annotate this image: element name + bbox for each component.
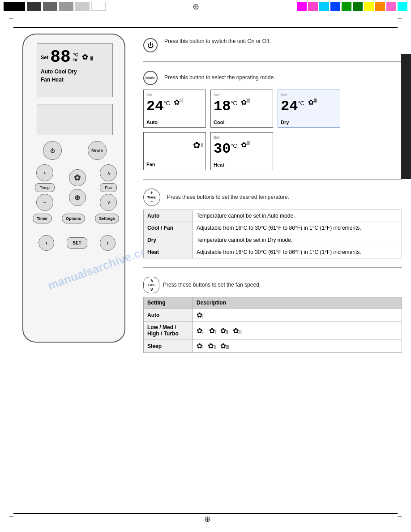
table-row-heat: Heat Adjustable from 16°C to 30°C (61°F … <box>144 246 402 258</box>
set-label-btn: SET <box>73 240 81 245</box>
remote-body: Set 88 °C hr ✿ ||| Auto Cool Dry Fan Hea… <box>22 34 125 343</box>
temp-fan-row: + Temp − ✿ ⊕ ∧ <box>28 164 124 211</box>
corner-mark-tl: — <box>9 16 13 21</box>
corner-mark-br: — <box>398 514 402 519</box>
swing-icon: ⊕ <box>74 193 80 202</box>
temp-table: Auto Temperature cannot be set in Auto m… <box>143 210 402 258</box>
mode-box-fan: ✿ || Fan <box>143 132 206 170</box>
fan-row-sleep: Sleep ✿| ✿|| ✿||| <box>144 339 402 353</box>
set-button[interactable]: SET <box>67 237 87 249</box>
speed-icon-2: ✿ <box>209 327 215 335</box>
swatch-cyan-light <box>319 2 329 11</box>
auto-set-label: Set <box>146 93 153 97</box>
mode-label: Mode <box>91 148 103 153</box>
sleep-bars-3: ||| <box>226 345 229 349</box>
speed-icon-1: ✿ <box>197 327 202 335</box>
fan-desc-sleep: ✿| ✿|| ✿||| <box>193 339 402 353</box>
options-label: Options <box>66 216 81 221</box>
power-symbol-icon: ⏻ <box>147 42 154 49</box>
temp-text: Temp <box>40 185 50 190</box>
sleep-icon-1: ✿ <box>197 342 202 350</box>
minus-icon: − <box>43 200 46 205</box>
power-icon: ⏻ <box>50 148 55 153</box>
table-row-cool-fan: Cool / Fan Adjustable from 16°C to 30°C … <box>144 222 402 234</box>
options-button[interactable]: Options <box>62 214 85 223</box>
fan-speed-group: ∧ Fan ∨ <box>100 164 117 211</box>
swatch-black <box>4 2 25 11</box>
right-black-bar <box>401 54 411 179</box>
swatch-dark <box>27 2 41 11</box>
temp-minus-icon: − <box>150 199 153 204</box>
power-icon-circle: ⏻ <box>143 38 158 52</box>
crosshair-bottom-icon: ⊕ <box>204 514 211 524</box>
screen-modes-line1: Auto Cool Dry <box>41 69 109 75</box>
remote-container: Set 88 °C hr ✿ ||| Auto Cool Dry Fan Hea… <box>13 34 134 347</box>
fan-up-icon: ∧ <box>107 171 110 176</box>
temp-plus-button[interactable]: + <box>36 164 53 181</box>
fan-btn-label: Fan <box>148 283 154 287</box>
mode-button[interactable]: Mode <box>88 141 107 160</box>
heat-set-label: Set <box>214 135 220 140</box>
nav-left-button[interactable]: ‹ <box>39 235 54 251</box>
color-swatches-right <box>297 2 407 11</box>
plus-icon: + <box>43 171 46 176</box>
temp-unit-label: °C <box>73 52 78 57</box>
crosshair-top-icon: ⊕ <box>193 2 199 12</box>
color-bar-top: ⊕ <box>0 0 411 13</box>
swing-button[interactable]: ⊕ <box>69 189 86 206</box>
mode-box-dry: Set 24 °C ✿ ||| Dry <box>278 90 340 128</box>
nav-right-button[interactable]: › <box>100 235 116 251</box>
temp-header: + Temp − Press these buttons to set the … <box>143 189 402 206</box>
cool-temp: 18 <box>214 98 231 115</box>
fan-button-icon: ∧ Fan ∨ <box>143 277 159 293</box>
swatch-light-pink <box>386 2 396 11</box>
fan-up-button[interactable]: ∧ <box>100 164 117 181</box>
cool-fan-bars: ||| <box>247 98 250 103</box>
auto-temp: 24 <box>146 98 163 115</box>
fan-col-description: Description <box>193 297 402 309</box>
fan-mode-label: Fan <box>146 162 203 167</box>
swatch-magenta <box>297 2 307 11</box>
dry-mode-label: Dry <box>281 120 289 125</box>
divider-2 <box>143 179 402 180</box>
screen-modes-line2: Fan Heat <box>41 77 109 83</box>
speed-bars-1: || <box>202 330 205 334</box>
fan-down-button[interactable]: ∨ <box>100 194 117 211</box>
fan-oscillate-button[interactable]: ✿ <box>69 169 86 186</box>
swatch-white <box>91 2 106 11</box>
temp-description: Press these buttons to set the desired t… <box>167 193 289 202</box>
cool-fan-icon: ✿ <box>241 98 247 107</box>
dry-temp: 24 <box>281 98 298 115</box>
temp-icon-label: Temp <box>147 195 157 199</box>
power-button[interactable]: ⏻ <box>43 141 62 160</box>
mode-box-auto: Set 24 °C ✿ ||| Auto <box>143 90 206 128</box>
temp-minus-button[interactable]: − <box>36 194 53 211</box>
fan-col-setting: Setting <box>144 297 193 309</box>
auto-unit: °C <box>163 100 170 107</box>
nav-left-icon: ‹ <box>46 240 47 246</box>
dry-fan-bars: ||| <box>314 98 317 103</box>
timer-button[interactable]: Timer <box>33 214 51 223</box>
swatch-yellow <box>364 2 374 11</box>
table-cell-auto-desc: Temperature cannot be set in Auto mode. <box>193 210 402 222</box>
table-cell-coolfan-mode: Cool / Fan <box>144 222 193 234</box>
heat-fan-icon: ✿ <box>241 141 247 149</box>
right-content: ⏻ Press this button to switch the unit O… <box>143 34 402 356</box>
dry-unit: °C <box>298 100 304 107</box>
auto-fan-bars: ||| <box>180 98 183 103</box>
power-section: ⏻ Press this button to switch the unit O… <box>143 34 402 56</box>
table-cell-heat-mode: Heat <box>144 246 193 258</box>
table-cell-auto-mode: Auto <box>144 210 193 222</box>
sleep-icon-2: ✿ <box>208 342 214 350</box>
swatch-dark-green <box>353 2 363 11</box>
divider-3 <box>143 267 402 268</box>
sleep-bars-1: | <box>202 345 203 349</box>
mode-box-heat: Set 30 °C ✿ ||| Heat <box>210 132 273 170</box>
mode-header: Mode Press this button to select the ope… <box>143 71 402 85</box>
settings-button[interactable]: Settings <box>95 214 119 223</box>
fan-table-header-row: Setting Description <box>144 297 402 309</box>
heat-mode-label: Heat <box>214 162 224 167</box>
mode-description: Press this button to select the operatin… <box>164 73 275 82</box>
corner-mark-bl: — <box>9 514 13 519</box>
swatch-med <box>43 2 57 11</box>
